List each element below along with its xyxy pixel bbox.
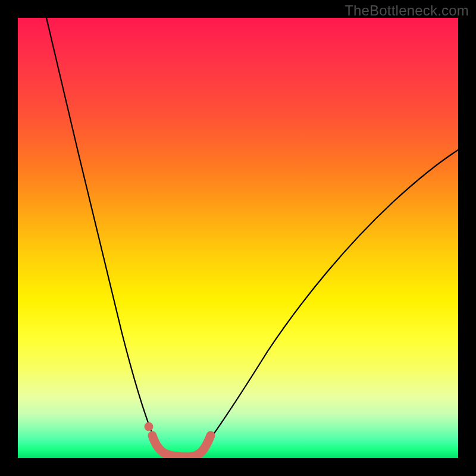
- watermark-text: TheBottleneck.com: [345, 2, 469, 19]
- minimum-dot-marker: [145, 422, 154, 431]
- curve-left-branch: [46, 18, 163, 453]
- minimum-u-marker: [152, 436, 211, 457]
- chart-curves-svg: [18, 18, 458, 458]
- curve-right-branch: [200, 150, 458, 453]
- chart-plot-area: [18, 18, 458, 458]
